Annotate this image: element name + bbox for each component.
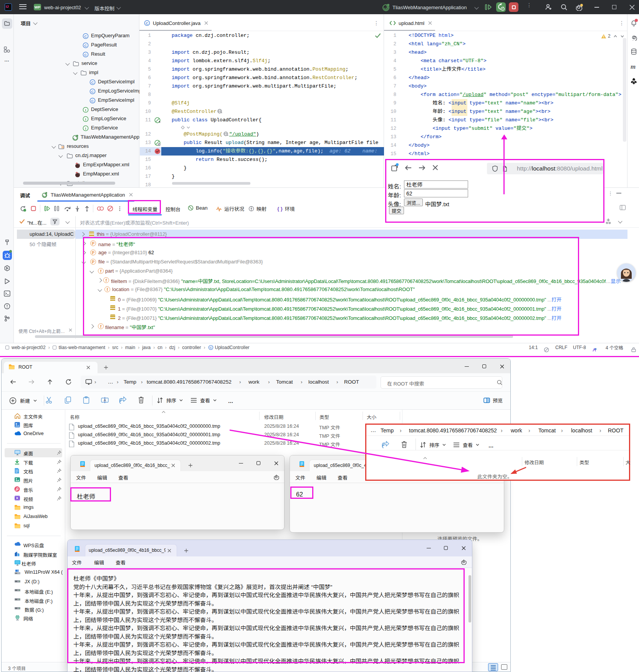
svg-text:I: I [85,126,86,131]
svg-text:I: I [85,117,86,121]
svg-text:C: C [91,80,94,84]
svg-text:I: I [85,108,86,112]
svg-text:C: C [84,53,87,57]
svg-text:C: C [84,43,87,48]
svg-text:A: A [104,398,106,402]
svg-text:C: C [210,346,212,349]
svg-text:C: C [91,99,94,103]
svg-text:C: C [84,34,87,38]
svg-text:C: C [91,89,94,94]
svg-text:C: C [146,21,149,25]
